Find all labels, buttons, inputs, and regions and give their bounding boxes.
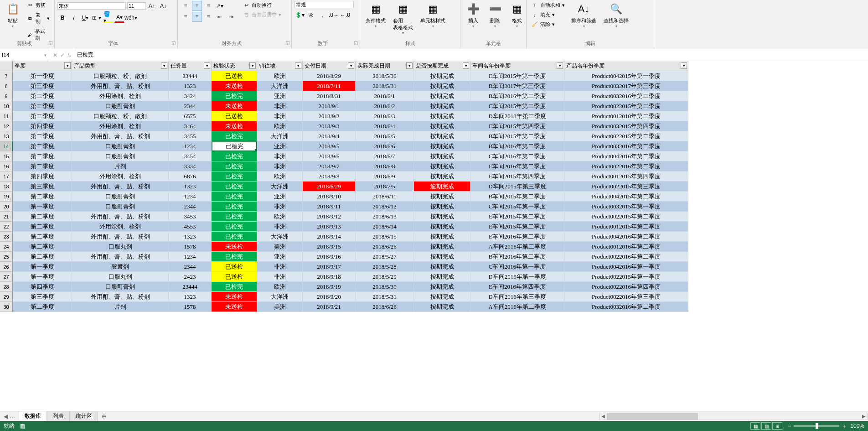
italic-button[interactable]: I [69,13,79,23]
clipboard-group-label: 剪贴板 [17,41,32,46]
clear-label: 清除 [540,21,550,28]
group-font: A↑ A↓ B I U ▾ ⊞ ▾ 🪣▾ A▾ wén▾ 字体◱ [55,0,178,49]
enter-icon[interactable]: ✓ [60,52,65,58]
indent-inc-button[interactable]: ⇥ [226,12,236,22]
autosum-icon: Σ [531,3,538,8]
fill-color-button[interactable]: 🪣▾ [103,13,113,23]
cond-label: 条件格式 [366,17,386,24]
phonetic-button[interactable]: wén▾ [126,13,136,23]
merge-button[interactable]: ⊟合并后居中 ▾ [241,10,283,19]
group-alignment: ≡ ≡ ≡ ↗▾ ≡ ≡ ≡ ⇤ ⇥ ↩自动换行 ⊟合并后居中 ▾ 对齐方式◱ [178,0,292,49]
bold-button[interactable]: B [57,13,67,23]
fill-icon: ↓ [531,12,538,18]
sort-label: 排序和筛选 [571,17,596,24]
cellstyle-label: 单元格样式 [420,17,445,24]
cell-style-icon: ▦ [426,2,440,16]
formula-input[interactable] [77,52,865,58]
decrease-font-button[interactable]: A↓ [158,1,168,11]
border-button[interactable]: ⊞ ▾ [92,13,102,23]
alignment-launcher[interactable]: ◱ [285,40,289,45]
cond-format-button[interactable]: ▦条件格式▾ [363,1,388,29]
group-editing: Σ自动求和 ▾ ↓填充 ▾ 🧹清除 ▾ A↓排序和筛选▾ 🔍查找和选择▾ 编辑 [527,0,654,49]
delete-icon: ➖ [488,2,502,16]
format-button[interactable]: ▦格式▾ [507,1,527,29]
group-number: 💲▾ % , .0→ ←.0 数字◱ [292,0,360,49]
alignment-group-label: 对齐方式 [222,41,242,46]
orientation-button[interactable]: ↗▾ [215,1,225,11]
name-box[interactable]: ▾ [0,49,50,61]
group-clipboard: 📋 粘贴 ▾ ✂剪切 ⧉复制 ▾ 🖌格式刷 剪贴板◱ [0,0,55,49]
paint-icon: 🖌 [26,32,33,37]
cancel-icon[interactable]: ✕ [53,52,57,58]
font-launcher[interactable]: ◱ [171,40,176,45]
table-format-button[interactable]: ▦套用 表格格式▾ [390,1,416,36]
delete-label: 删除 [490,17,500,24]
insert-button[interactable]: ➕插入▾ [463,1,483,29]
copy-label: 复制 [36,11,45,25]
ribbon: 📋 粘贴 ▾ ✂剪切 ⧉复制 ▾ 🖌格式刷 剪贴板◱ A↑ A↓ B I [0,0,868,49]
clipboard-launcher[interactable]: ◱ [48,40,52,45]
font-color-button[interactable]: A▾ [114,13,124,23]
align-bottom-button[interactable]: ≡ [203,1,213,11]
align-top-button[interactable]: ≡ [181,1,191,11]
comma-button[interactable]: , [317,10,327,20]
percent-button[interactable]: % [306,10,316,20]
name-box-input[interactable] [2,52,43,58]
number-format-select[interactable] [294,1,354,8]
styles-group-label: 样式 [405,41,415,46]
wrap-icon: ↩ [243,2,250,8]
insert-label: 插入 [468,17,478,24]
cut-icon: ✂ [26,2,34,8]
wrap-label: 自动换行 [252,2,272,9]
group-styles: ▦条件格式▾ ▦套用 表格格式▾ ▦单元格样式▾ 样式 [360,0,460,49]
find-label: 查找和选择 [604,17,629,24]
clear-icon: 🧹 [531,21,538,27]
copy-icon: ⧉ [26,16,34,21]
underline-button[interactable]: U ▾ [80,13,90,23]
fill-button[interactable]: ↓填充 ▾ [529,10,567,19]
find-icon: 🔍 [609,2,624,16]
merge-label: 合并后居中 [252,11,277,18]
format-label: 格式 [512,17,522,24]
dec-decimal-button[interactable]: ←.0 [340,10,350,20]
editing-group-label: 编辑 [585,41,595,46]
paste-icon: 📋 [5,2,20,16]
number-launcher[interactable]: ◱ [354,40,358,45]
cells-group-label: 单元格 [486,41,501,46]
align-middle-button[interactable]: ≡ [192,1,202,11]
cut-label: 剪切 [36,2,46,9]
format-icon: ▦ [510,2,524,16]
fx-icon[interactable]: fₓ [67,52,71,58]
table-format-icon: ▦ [396,2,410,16]
cell-style-button[interactable]: ▦单元格样式▾ [418,1,448,29]
autosum-button[interactable]: Σ自动求和 ▾ [529,1,567,10]
currency-button[interactable]: 💲▾ [294,10,305,20]
font-size-select[interactable] [127,2,145,10]
insert-icon: ➕ [466,2,480,16]
align-left-button[interactable]: ≡ [181,12,191,22]
font-group-label: 字体 [108,41,118,46]
inc-decimal-button[interactable]: .0→ [329,10,339,20]
sort-icon: A↓ [577,2,591,16]
wrap-button[interactable]: ↩自动换行 [241,1,283,10]
delete-button[interactable]: ➖删除▾ [485,1,505,29]
autosum-label: 自动求和 [540,2,560,9]
formula-bar: ▾ ✕ ✓ fₓ [0,49,868,61]
align-right-button[interactable]: ≡ [203,12,213,22]
align-center-button[interactable]: ≡ [192,12,202,22]
copy-button[interactable]: ⧉复制 ▾ [25,10,52,26]
font-name-select[interactable] [57,2,126,10]
group-cells: ➕插入▾ ➖删除▾ ▦格式▾ 单元格 [460,0,527,49]
number-group-label: 数字 [318,41,328,46]
find-button[interactable]: 🔍查找和选择▾ [601,1,631,29]
increase-font-button[interactable]: A↑ [147,1,157,11]
sort-button[interactable]: A↓排序和筛选▾ [568,1,599,29]
merge-icon: ⊟ [243,12,250,18]
clear-button[interactable]: 🧹清除 ▾ [529,20,567,29]
indent-dec-button[interactable]: ⇤ [215,12,225,22]
fill-label: 填充 [540,11,550,18]
paste-label: 粘贴 [8,17,18,24]
paste-button[interactable]: 📋 粘贴 ▾ [3,1,23,29]
cond-format-icon: ▦ [368,2,383,16]
cut-button[interactable]: ✂剪切 [25,1,52,10]
